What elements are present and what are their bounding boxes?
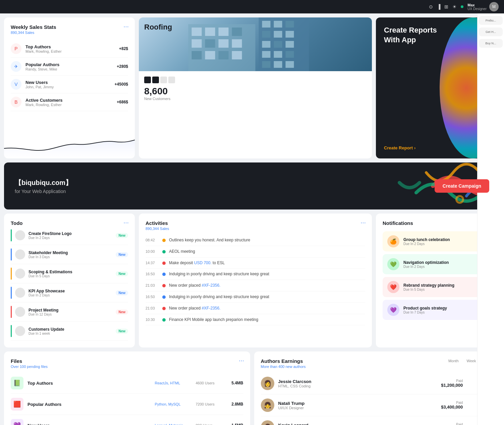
activity-dot — [162, 295, 166, 299]
authors-earnings-card: Authors Earnings More than 400 new autho… — [254, 351, 500, 425]
todo-bar — [11, 306, 12, 318]
files-menu[interactable]: ⋯ — [239, 358, 244, 364]
author-item[interactable]: 👨 Kevin Leonard Art Director Paid $35,60… — [261, 416, 494, 425]
panel-buy-n[interactable]: Buy N... — [479, 39, 503, 48]
notif-items-list: 🍊 Group lunch celebration Due In 2 Days … — [383, 231, 493, 320]
todo-info: Project Meeting Due In 12 Days — [29, 308, 112, 316]
weekly-sales-menu[interactable]: ⋯ — [123, 23, 129, 30]
todo-badge: New — [116, 233, 128, 238]
todo-avatar — [15, 249, 25, 259]
todo-bar — [11, 248, 12, 261]
svg-rect-16 — [286, 21, 294, 28]
file-tech: Laravel, Metronic — [155, 423, 192, 425]
brightness-icon[interactable]: ☀ — [452, 4, 457, 9]
sales-icon: ✈ — [11, 61, 21, 72]
row4: Files Over 100 pending files ⋯ 📗 Top Aut… — [4, 351, 500, 425]
svg-rect-25 — [286, 51, 294, 58]
file-item[interactable]: 📗 Top Authors ReactJs, HTML 4600 Users 5… — [11, 373, 243, 394]
svg-rect-14 — [262, 21, 271, 28]
activity-link[interactable]: #XF-2356. — [202, 306, 220, 311]
activity-item: 21:03 New order placed #XF-2356. — [146, 303, 365, 314]
user-info: Max UX Designer M — [467, 2, 499, 11]
author-avatar: 👨 — [261, 420, 274, 425]
svg-rect-4 — [232, 28, 242, 36]
svg-rect-21 — [274, 41, 282, 48]
activity-dot — [162, 284, 166, 287]
author-earnings: Paid $1,200,000 — [441, 379, 463, 388]
todo-info: KPI App Showcase Due In 2 Days — [29, 289, 112, 297]
activity-link[interactable]: #XF-2356. — [202, 283, 220, 288]
sales-items-list: P Top Authors Mark, Rowling, Esther +82$… — [11, 40, 128, 111]
notif-icon: 🍊 — [387, 235, 399, 247]
author-item[interactable]: 👩 Jessie Clarcson HTML, CSS Coding Paid … — [261, 373, 494, 394]
todo-avatar — [15, 307, 25, 317]
sales-item: P Top Authors Mark, Rowling, Esther +82$ — [11, 40, 128, 58]
create-campaign-button[interactable]: Create Campaign — [435, 179, 489, 193]
todo-due: Due In 3 Days — [29, 255, 112, 259]
notif-title: Product goals strategy — [403, 306, 477, 311]
file-users: 890 Users — [196, 423, 223, 425]
notif-info: Navigation optimization Due In 2 Days — [403, 260, 474, 269]
todo-item[interactable]: KPI App Showcase Due In 2 Days New — [11, 283, 128, 302]
activity-item: 16:50 Indulging in poorly driving and ke… — [146, 291, 365, 303]
svg-rect-22 — [286, 41, 294, 48]
panel-prebu[interactable]: Prebu... — [479, 16, 503, 25]
user-role: UX Designer — [467, 7, 487, 11]
grid-icon[interactable]: ⊞ — [444, 4, 448, 9]
todo-item[interactable]: Stakeholder Meeting Due In 3 Days New — [11, 245, 128, 264]
activity-dot — [162, 307, 166, 310]
activity-link[interactable]: USD 700. — [194, 261, 212, 265]
sales-item: ✈ Popular Authors Randy, Steve, Mike +28… — [11, 58, 128, 76]
chart-area — [4, 125, 135, 158]
nc-icons — [144, 77, 367, 83]
sales-value: +280$ — [117, 64, 128, 69]
file-item[interactable]: 🟥 Popular Authors Python, MySQL 7200 Use… — [11, 394, 243, 415]
panel-get-h[interactable]: Get H... — [479, 28, 503, 36]
todo-item[interactable]: Create FireStone Logo Due In 2 Days New — [11, 226, 128, 245]
activities-menu[interactable]: ⋯ — [360, 220, 366, 226]
todo-info: Stakeholder Meeting Due In 3 Days — [29, 250, 112, 259]
todo-info: Scoping & Estimations Due In 5 Days — [29, 270, 112, 278]
right-panels: Prebu... Get H... Buy N... — [477, 13, 504, 425]
file-items-list: 📗 Top Authors ReactJs, HTML 4600 Users 5… — [11, 373, 243, 425]
notif-item[interactable]: 💜 Product goals strategy Due In 7 Days +… — [383, 300, 493, 320]
notif-icon: ❤️ — [387, 281, 399, 293]
nc-icon-dark1 — [144, 77, 151, 83]
author-role: HTML, CSS Coding — [278, 384, 437, 388]
campaign-subtitle: for Your Web Application — [15, 189, 424, 194]
topbar: ⊙ ▐ ⊞ ☀ Max UX Designer M — [0, 0, 504, 13]
notif-sub: Due In 2 Days — [403, 242, 474, 246]
todo-avatar — [15, 326, 25, 336]
search-icon[interactable]: ⊙ — [429, 4, 433, 9]
weekly-sales-subtitle: 890,344 Sales — [11, 31, 128, 35]
roofing-image: Roofing — [139, 17, 372, 71]
todo-menu[interactable]: ⋯ — [123, 220, 129, 226]
avatar[interactable]: M — [489, 2, 499, 11]
author-name: Natali Trump — [278, 401, 437, 406]
notif-item[interactable]: 🍊 Group lunch celebration Due In 2 Days … — [383, 231, 493, 251]
todo-badge: New — [116, 310, 128, 315]
notif-icon: 💜 — [387, 304, 399, 316]
earnings-tab-month[interactable]: Month — [445, 358, 462, 364]
notif-title: Rebrand strategy planning — [403, 283, 475, 288]
file-icon: 💜 — [11, 419, 23, 425]
svg-rect-12 — [232, 51, 242, 59]
file-item[interactable]: 💜 New Users Laravel, Metronic 890 Users … — [11, 415, 243, 425]
todo-name: Customers Update — [29, 327, 112, 332]
notif-item[interactable]: ❤️ Rebrand strategy planning Due In 5 Da… — [383, 277, 493, 297]
file-name: New Users — [27, 423, 151, 425]
create-report-link[interactable]: Create Report › — [384, 145, 415, 150]
activity-text: New order placed #XF-2356. — [169, 283, 365, 288]
todo-item[interactable]: Project Meeting Due In 12 Days New — [11, 302, 128, 322]
notifications-title: Notifications — [383, 220, 493, 226]
sales-sub: Mark, Rowling, Esther — [25, 49, 119, 53]
sales-item: V New Users John, Pat, Jimmy +4500$ — [11, 76, 128, 93]
notif-item[interactable]: 💚 Navigation optimization Due In 2 Days … — [383, 254, 493, 274]
todo-bar — [11, 268, 12, 280]
weekly-sales-card: Weekly Sales Stats 890,344 Sales ⋯ P Top… — [4, 17, 135, 158]
author-item[interactable]: 👧 Natali Trump UI/UX Designer Paid $3,40… — [261, 394, 494, 416]
files-card: Files Over 100 pending files ⋯ 📗 Top Aut… — [4, 351, 250, 425]
todo-badge: New — [116, 252, 128, 257]
todo-item[interactable]: Scoping & Estimations Due In 5 Days New — [11, 264, 128, 283]
todo-item[interactable]: Customers Update Due In 1 week New — [11, 322, 128, 341]
